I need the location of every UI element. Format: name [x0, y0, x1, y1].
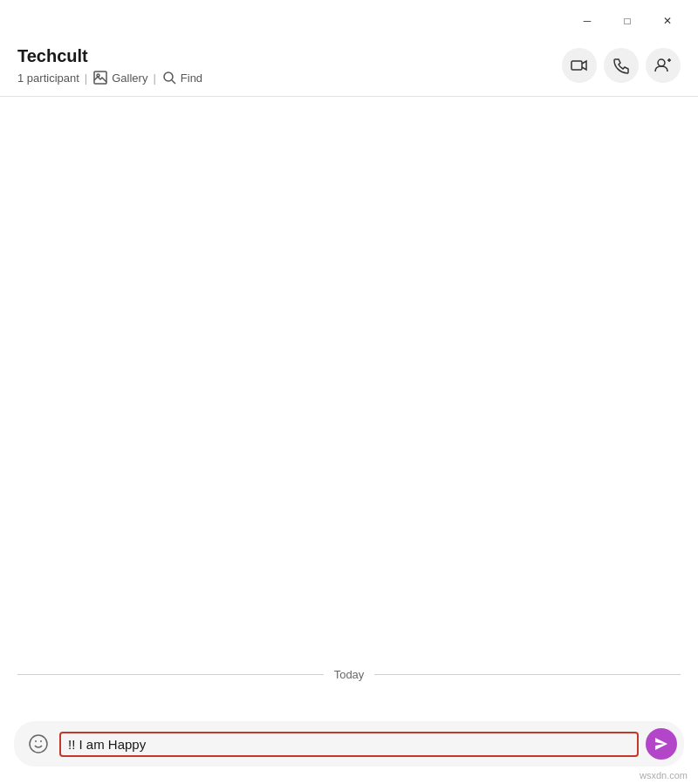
date-label: Today	[324, 668, 375, 681]
emoji-icon	[28, 733, 49, 754]
add-person-icon	[654, 57, 672, 74]
gallery-icon	[92, 70, 108, 85]
send-button[interactable]	[646, 728, 677, 760]
chat-title: Techcult	[17, 45, 202, 66]
date-divider: Today	[0, 658, 698, 692]
voice-call-button[interactable]	[604, 48, 639, 83]
video-icon	[571, 57, 588, 74]
message-input-container	[14, 721, 684, 767]
chat-area: Today Invite More People	[0, 97, 698, 784]
message-input-area	[0, 711, 698, 784]
chat-header: Techcult 1 participant | Gallery |	[0, 42, 698, 97]
minimize-button[interactable]: ─	[567, 7, 607, 35]
watermark: wsxdn.com	[640, 770, 688, 781]
svg-point-2	[164, 72, 173, 81]
participant-count: 1 participant	[17, 72, 79, 85]
svg-point-8	[30, 735, 47, 753]
app-window: ─ □ ✕ Techcult 1 participant |	[0, 0, 698, 784]
gallery-link[interactable]: Gallery	[92, 70, 147, 85]
header-actions	[562, 48, 681, 83]
add-person-button[interactable]	[646, 48, 681, 83]
emoji-button[interactable]	[24, 730, 52, 758]
send-icon	[654, 736, 669, 752]
title-bar: ─ □ ✕	[0, 0, 698, 42]
svg-rect-4	[571, 61, 582, 70]
find-link[interactable]: Find	[161, 70, 202, 85]
chat-meta: 1 participant | Gallery |	[17, 70, 202, 85]
search-icon	[161, 70, 177, 85]
message-text-input[interactable]	[59, 732, 639, 757]
video-call-button[interactable]	[562, 48, 597, 83]
date-line-right	[374, 674, 681, 675]
date-line-left	[17, 674, 324, 675]
close-button[interactable]: ✕	[647, 7, 688, 35]
svg-line-3	[172, 80, 175, 84]
svg-point-5	[658, 59, 665, 66]
separator-2: |	[153, 72, 155, 85]
header-info: Techcult 1 participant | Gallery |	[17, 45, 202, 85]
phone-icon	[612, 57, 630, 74]
maximize-button[interactable]: □	[607, 7, 647, 35]
separator-1: |	[85, 72, 87, 85]
